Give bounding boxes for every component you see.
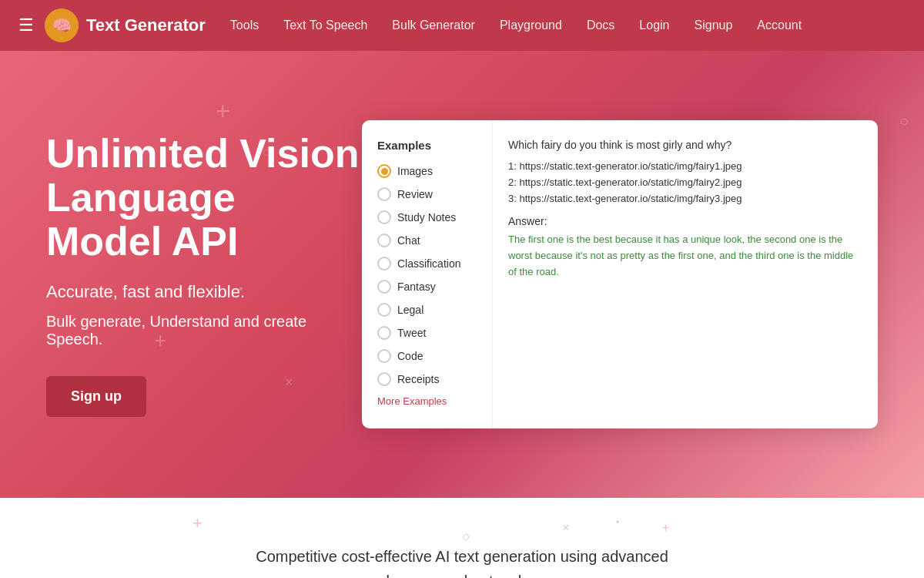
nav-playground[interactable]: Playground [500, 18, 562, 32]
radio-code[interactable] [377, 349, 391, 363]
decor-bottom-x: × [562, 521, 569, 535]
example-tweet-label: Tweet [397, 327, 426, 339]
example-review[interactable]: Review [377, 187, 477, 201]
nav-tts[interactable]: Text To Speech [283, 18, 367, 32]
hero-section: + ○ × • + × ○ Unlimited Vision Language … [0, 51, 924, 498]
radio-review[interactable] [377, 187, 391, 201]
hero-sub2: Bulk generate, Understand and create Spe… [46, 313, 362, 348]
decor-bottom-plus2: + [662, 521, 669, 535]
example-receipts[interactable]: Receipts [377, 372, 477, 386]
example-legal[interactable]: Legal [377, 303, 477, 317]
logo-icon: 🧠 [45, 8, 79, 42]
card-url-3: 3: https://static.text-generator.io/stat… [508, 193, 862, 204]
card-sidebar: Examples Images Review Study Notes Chat … [362, 120, 493, 428]
example-chat[interactable]: Chat [377, 234, 477, 247]
radio-images[interactable] [377, 164, 391, 178]
nav-tools[interactable]: Tools [230, 18, 259, 32]
example-classification-label: Classification [397, 257, 460, 270]
example-tweet[interactable]: Tweet [377, 326, 477, 340]
card-url-2: 2: https://static.text-generator.io/stat… [508, 176, 862, 188]
example-images[interactable]: Images [377, 164, 477, 178]
card-content: Which fairy do you think is most girly a… [493, 120, 878, 428]
brand-name: Text Generator [86, 15, 206, 35]
example-images-label: Images [397, 165, 433, 177]
bottom-text: Competitive cost-effective AI text gener… [254, 544, 670, 578]
radio-fantasy[interactable] [377, 280, 391, 294]
example-study-notes-label: Study Notes [397, 211, 456, 223]
decor-bottom-circle: ○ [462, 529, 470, 545]
example-chat-label: Chat [397, 234, 420, 247]
nav-login[interactable]: Login [639, 18, 669, 32]
example-code[interactable]: Code [377, 349, 477, 363]
example-card: Examples Images Review Study Notes Chat … [362, 120, 878, 428]
card-question: Which fairy do you think is most girly a… [508, 139, 862, 151]
nav-bulk[interactable]: Bulk Generator [392, 18, 475, 32]
example-receipts-label: Receipts [397, 373, 439, 385]
hero-left: Unlimited Vision Language Model API Accu… [46, 132, 362, 418]
example-fantasy[interactable]: Fantasy [377, 280, 477, 294]
navbar: ☰ 🧠 Text Generator Tools Text To Speech … [0, 0, 924, 51]
nav-account[interactable]: Account [757, 18, 802, 32]
decor-bottom-dot: • [616, 517, 619, 528]
example-legal-label: Legal [397, 304, 424, 316]
radio-legal[interactable] [377, 303, 391, 317]
hero-title: Unlimited Vision Language Model API [46, 132, 362, 264]
nav-links: Tools Text To Speech Bulk Generator Play… [230, 18, 906, 32]
decor-plus: + [216, 97, 230, 126]
radio-chat[interactable] [377, 234, 391, 247]
card-answer-text: The first one is the best because it has… [508, 232, 862, 280]
signup-button[interactable]: Sign up [46, 376, 146, 417]
hero-sub1: Accurate, fast and flexible. [46, 282, 362, 302]
hamburger-icon[interactable]: ☰ [18, 15, 34, 35]
example-fantasy-label: Fantasy [397, 281, 436, 293]
radio-classification[interactable] [377, 257, 391, 271]
more-examples-link[interactable]: More Examples [377, 395, 477, 407]
card-answer-label: Answer: [508, 215, 862, 227]
example-study-notes[interactable]: Study Notes [377, 210, 477, 224]
example-review-label: Review [397, 188, 433, 200]
decor-bottom-plus: + [192, 513, 203, 533]
example-code-label: Code [397, 350, 423, 362]
card-sidebar-title: Examples [377, 139, 477, 152]
example-classification[interactable]: Classification [377, 257, 477, 271]
svg-text:🧠: 🧠 [52, 16, 72, 35]
nav-docs[interactable]: Docs [587, 18, 614, 32]
radio-study-notes[interactable] [377, 210, 391, 224]
nav-signup[interactable]: Signup [695, 18, 733, 32]
bottom-section: + ○ × • + Competitive cost-effective AI … [0, 498, 924, 578]
radio-tweet[interactable] [377, 326, 391, 340]
card-url-1: 1: https://static.text-generator.io/stat… [508, 160, 862, 172]
decor-circle2: ○ [899, 113, 909, 130]
radio-receipts[interactable] [377, 372, 391, 386]
